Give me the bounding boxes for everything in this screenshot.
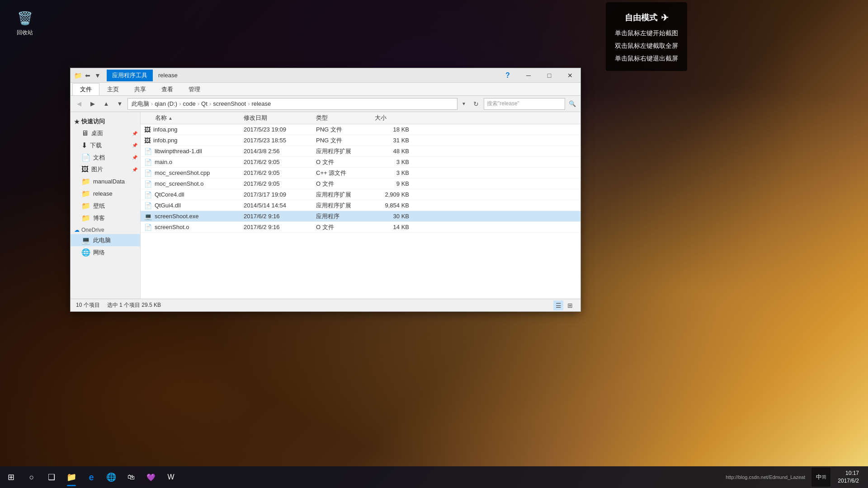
file-row[interactable]: 📄libwinpthread-1.dll 2014/3/8 2:56 应用程序扩… <box>141 146 580 157</box>
file-type-exe: 应用程序 <box>312 212 371 221</box>
file-row[interactable]: 📄screenShot.o 2017/6/2 9:16 O 文件 14 KB <box>141 222 580 233</box>
wallpaper-icon: 📁 <box>81 202 90 210</box>
file-name-moc-cpp: 📄moc_screenShot.cpp <box>141 169 240 177</box>
sidebar-item-pictures[interactable]: 🖼 图片 📌 <box>71 164 140 175</box>
search-box[interactable]: 搜索"release" <box>484 98 565 110</box>
start-button[interactable]: ⊞ <box>0 466 22 488</box>
title-bar: 📁 ⬅ ▼ 应用程序工具 release ? ─ □ ✕ <box>71 68 580 83</box>
quick-access-icon1[interactable]: ⬅ <box>83 71 92 80</box>
col-header-name[interactable]: 名称 ▲ <box>141 114 240 122</box>
status-selected: 选中 1 个项目 29.5 KB <box>107 301 161 309</box>
taskbar-store-button[interactable]: 🛍 <box>121 467 141 487</box>
taskbar-chrome-button[interactable]: 🌐 <box>101 467 121 487</box>
file-row[interactable]: 📄QtGui4.dll 2014/5/14 14:54 应用程序扩展 9,854… <box>141 200 580 211</box>
file-row-selected[interactable]: 💻screenShoot.exe 2017/6/2 9:16 应用程序 30 K… <box>141 211 580 222</box>
file-date-infob: 2017/5/23 18:55 <box>240 137 312 144</box>
path-release[interactable]: release <box>252 100 271 107</box>
tab-file[interactable]: 文件 <box>72 83 99 95</box>
view-details-button[interactable]: ☰ <box>553 300 563 310</box>
file-row[interactable]: 🖼infob.png 2017/5/23 18:55 PNG 文件 31 KB <box>141 135 580 146</box>
ribbon-tabs: 文件 主页 共享 查看 管理 <box>71 83 580 95</box>
file-name-qtcore: 📄QtCore4.dll <box>141 191 240 198</box>
pin-icon3: 📌 <box>132 155 137 160</box>
view-large-icons-button[interactable]: ⊞ <box>565 300 575 310</box>
path-screenshoot[interactable]: screenShoot <box>213 100 246 107</box>
up-button[interactable]: ▲ <box>100 98 112 110</box>
refresh-button[interactable]: ↻ <box>470 98 482 110</box>
taskbar-pinned-apps: 📁 e 🌐 🛍 💜 W <box>61 467 181 487</box>
file-size-exe: 30 KB <box>371 213 416 220</box>
onedrive-label: OneDrive <box>81 227 104 233</box>
file-row[interactable]: 📄QtCore4.dll 2017/3/17 19:09 应用程序扩展 2,90… <box>141 189 580 200</box>
sidebar-item-network[interactable]: 🌐 网络 <box>71 246 140 258</box>
status-item-count: 10 个项目 <box>76 301 100 309</box>
sidebar-item-downloads[interactable]: ⬇ 下载 📌 <box>71 139 140 151</box>
taskbar-explorer-button[interactable]: 📁 <box>61 467 81 487</box>
taskbar-right: http://blog.csdn.net/Edmund_Lazeat 中 简 1… <box>722 468 868 487</box>
search-submit-button[interactable]: 🔍 <box>567 98 578 110</box>
close-button[interactable]: ✕ <box>560 68 580 83</box>
help-button[interactable]: ? <box>497 68 518 83</box>
col-header-size[interactable]: 大小 <box>371 114 416 122</box>
desktop-icon-small: 🖥 <box>81 129 89 137</box>
ime-indicator[interactable]: 中 简 <box>811 468 830 487</box>
file-size-qtgui: 9,854 KB <box>371 202 416 209</box>
manualdata-icon: 📁 <box>81 177 90 186</box>
file-row[interactable]: 🖼infoa.png 2017/5/23 19:09 PNG 文件 18 KB <box>141 124 580 135</box>
path-code[interactable]: code <box>183 100 196 107</box>
taskbar-url-label: http://blog.csdn.net/Edmund_Lazeat <box>722 474 809 480</box>
taskbar-vs-button[interactable]: 💜 <box>141 467 161 487</box>
title-tab-app-tools[interactable]: 应用程序工具 <box>107 70 153 81</box>
search-button[interactable]: ○ <box>22 467 42 487</box>
quick-access-header[interactable]: ★ 快速访问 <box>71 116 140 127</box>
sidebar-documents-label: 文档 <box>93 154 105 162</box>
path-qt[interactable]: Qt <box>201 100 208 107</box>
col-header-date[interactable]: 修改日期 <box>240 114 312 122</box>
file-date-qtcore: 2017/3/17 19:09 <box>240 191 312 198</box>
file-type-dll1: 应用程序扩展 <box>312 147 371 155</box>
file-row[interactable]: 📄main.o 2017/6/2 9:05 O 文件 3 KB <box>141 157 580 168</box>
tab-manage[interactable]: 管理 <box>181 83 208 95</box>
sidebar-item-release[interactable]: 📁 release <box>71 188 140 200</box>
sidebar-item-documents[interactable]: 📄 文档 📌 <box>71 151 140 164</box>
sidebar-blog-label: 博客 <box>93 214 105 222</box>
clock-time: 10:17 <box>838 469 859 477</box>
file-row[interactable]: 📄moc_screenShot.cpp 2017/6/2 9:05 C++ 源文… <box>141 168 580 178</box>
sidebar-item-wallpaper[interactable]: 📁 壁纸 <box>71 200 140 212</box>
ribbon: 文件 主页 共享 查看 管理 <box>71 83 580 96</box>
file-icon-moc-o: 📄 <box>144 180 152 188</box>
path-dropdown-button[interactable]: ▼ <box>459 98 468 110</box>
clock-date: 2017/6/2 <box>838 477 859 485</box>
sidebar-item-blog[interactable]: 📁 博客 <box>71 212 140 224</box>
overlay-line2: 双击鼠标左键截取全屏 <box>615 39 678 52</box>
path-qian[interactable]: qian (D:) <box>155 100 177 107</box>
file-icon-png2: 🖼 <box>144 137 151 144</box>
minimize-button[interactable]: ─ <box>518 68 539 83</box>
sidebar-item-desktop[interactable]: 🖥 桌面 📌 <box>71 127 140 139</box>
title-tab-release[interactable]: release <box>153 70 183 80</box>
onedrive-icon: ☁ <box>74 227 80 233</box>
address-bar: ◀ ▶ ▲ ▼ 此电脑 › qian (D:) › code › Qt › sc… <box>71 96 580 112</box>
file-row[interactable]: 📄moc_screenShot.o 2017/6/2 9:05 O 文件 9 K… <box>141 178 580 189</box>
explorer-window: 📁 ⬅ ▼ 应用程序工具 release ? ─ □ ✕ 文件 主页 共享 查看… <box>70 68 581 312</box>
documents-icon: 📄 <box>81 153 90 162</box>
recycle-bin-icon[interactable]: 🗑️ 回收站 <box>9 9 41 37</box>
recent-button[interactable]: ▼ <box>114 98 126 110</box>
task-view-button[interactable]: ❑ <box>42 467 61 487</box>
back-button[interactable]: ◀ <box>73 98 85 110</box>
file-size-moc-o: 9 KB <box>371 180 416 187</box>
tab-view[interactable]: 查看 <box>154 83 181 95</box>
maximize-button[interactable]: □ <box>539 68 560 83</box>
col-header-type[interactable]: 类型 <box>312 114 371 122</box>
tab-home[interactable]: 主页 <box>99 83 127 95</box>
sidebar-item-manualdata[interactable]: 📁 manualData <box>71 175 140 188</box>
quick-access-icon2[interactable]: ▼ <box>93 71 102 80</box>
tab-share[interactable]: 共享 <box>127 83 154 95</box>
taskbar-edge-button[interactable]: e <box>81 467 101 487</box>
forward-button[interactable]: ▶ <box>87 98 99 110</box>
taskbar-word-button[interactable]: W <box>161 467 181 487</box>
address-path[interactable]: 此电脑 › qian (D:) › code › Qt › screenShoo… <box>127 98 458 110</box>
sidebar-item-this-pc[interactable]: 💻 此电脑 <box>71 234 140 246</box>
path-this-pc[interactable]: 此电脑 <box>132 100 149 108</box>
status-right: ☰ ⊞ <box>553 300 575 310</box>
